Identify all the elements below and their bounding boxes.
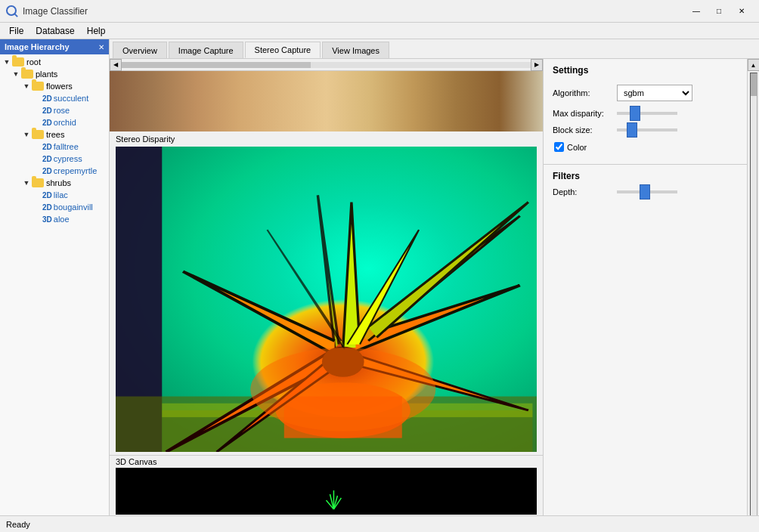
tree-container[interactable]: ▼ root ▼ plants ▼ flowers 2D succulent — [0, 54, 109, 520]
top-image-area: ◀ ▶ — [110, 59, 543, 131]
tree-label-trees: trees — [46, 130, 64, 139]
depth-slider[interactable] — [617, 190, 677, 193]
folder-icon — [21, 70, 33, 79]
badge-succulent: 2D — [42, 94, 52, 103]
tree-item-succulent[interactable]: 2D succulent — [0, 92, 109, 104]
sidebar-header: Image Hierarchy ✕ — [0, 39, 109, 54]
stereo-section: Stereo Disparity — [110, 131, 543, 455]
top-scroll-track[interactable] — [122, 62, 531, 68]
tab-image-capture[interactable]: Image Capture — [169, 42, 243, 58]
toggle-spacer — [32, 214, 42, 224]
max-disparity-slider[interactable] — [617, 112, 677, 115]
tree-item-rose[interactable]: 2D rose — [0, 104, 109, 116]
filters-title: Filters — [553, 171, 738, 181]
canvas-section-label: 3D Canvas — [110, 456, 543, 468]
tree-item-plants[interactable]: ▼ plants — [0, 68, 109, 80]
pane-split: ◀ ▶ Stereo Disparity — [110, 59, 759, 532]
toggle-spacer — [32, 202, 42, 212]
tree-item-cypress[interactable]: 2D cypress — [0, 153, 109, 165]
tree-item-bougainvill[interactable]: 2D bougainvill — [0, 201, 109, 213]
tree-label-falltree: falltree — [54, 142, 79, 151]
tree-label-rose: rose — [54, 106, 70, 115]
color-checkbox[interactable] — [554, 142, 564, 152]
folder-icon — [12, 57, 24, 66]
toggle-spacer — [32, 117, 42, 128]
stereo-disparity-image — [116, 147, 537, 452]
titlebar: Image Classifier — □ ✕ — [0, 0, 759, 23]
right-vscroll[interactable]: ▲ ▼ — [747, 59, 759, 532]
folder-icon — [32, 178, 44, 187]
stereo-section-label: Stereo Disparity — [110, 131, 543, 147]
tab-stereo-capture[interactable]: Stereo Capture — [245, 42, 321, 58]
toggle-spacer — [32, 93, 42, 104]
badge-orchid: 2D — [42, 119, 52, 127]
vscroll-thumb — [751, 73, 757, 96]
main-layout: Image Hierarchy ✕ ▼ root ▼ plants ▼ flow… — [0, 39, 759, 532]
tree-label-aloe: aloe — [54, 215, 70, 224]
app-icon — [6, 5, 18, 17]
svg-rect-10 — [116, 468, 537, 515]
color-label: Color — [567, 143, 587, 152]
minimize-button[interactable]: — — [685, 0, 708, 23]
canvas-section: 3D Canvas — [110, 455, 543, 520]
top-scroll-thumb — [122, 62, 311, 68]
folder-icon — [32, 82, 44, 91]
tree-item-crepemyrtle[interactable]: 2D crepemyrtle — [0, 165, 109, 177]
algorithm-select[interactable]: sgbm bm sgbm3way hh — [617, 85, 692, 101]
tree-item-orchid[interactable]: 2D orchid — [0, 116, 109, 128]
tree-item-falltree[interactable]: 2D falltree — [0, 141, 109, 153]
menu-file[interactable]: File — [3, 24, 29, 38]
badge-rose: 2D — [42, 107, 52, 115]
content-area: Overview Image Capture Stereo Capture Vi… — [110, 39, 759, 532]
tree-item-flowers[interactable]: ▼ flowers — [0, 80, 109, 92]
tree-label-orchid: orchid — [54, 118, 76, 127]
settings-area: Settings Algorithm: sgbm bm sgbm3way hh — [544, 59, 747, 164]
tree-item-lilac[interactable]: 2D lilac — [0, 189, 109, 201]
tab-view-images[interactable]: View Images — [322, 42, 389, 58]
svg-point-9 — [250, 348, 435, 431]
top-scroll-right-btn[interactable]: ▶ — [531, 59, 543, 71]
tree-label-bougainvill: bougainvill — [54, 203, 93, 212]
badge-crepemyrtle: 2D — [42, 167, 52, 175]
sidebar-title: Image Hierarchy — [5, 42, 70, 51]
menubar: File Database Help — [0, 23, 759, 39]
tab-overview[interactable]: Overview — [113, 42, 167, 58]
top-image-strip — [110, 71, 543, 131]
algorithm-row: Algorithm: sgbm bm sgbm3way hh — [553, 85, 738, 101]
toggle-spacer — [32, 190, 42, 200]
depth-row: Depth: — [553, 187, 738, 196]
vscroll-track[interactable] — [750, 73, 757, 518]
tree-label-plants: plants — [36, 70, 57, 79]
tree-item-trees[interactable]: ▼ trees — [0, 128, 109, 141]
toggle-spacer — [32, 153, 42, 164]
tree-item-shrubs[interactable]: ▼ shrubs — [0, 177, 109, 189]
top-hscroll[interactable]: ◀ ▶ — [110, 59, 543, 71]
sidebar-close-button[interactable]: ✕ — [98, 43, 104, 51]
settings-title: Settings — [553, 65, 738, 76]
color-row: Color — [554, 142, 738, 152]
tree-item-aloe[interactable]: 3D aloe — [0, 213, 109, 225]
close-button[interactable]: ✕ — [730, 0, 753, 23]
vscroll-up-btn[interactable]: ▲ — [748, 59, 760, 71]
right-panel: Settings Algorithm: sgbm bm sgbm3way hh — [543, 59, 759, 532]
toggle-icon: ▼ — [21, 178, 32, 188]
tree-item-root[interactable]: ▼ root — [0, 56, 109, 68]
menu-database[interactable]: Database — [29, 24, 80, 38]
maximize-button[interactable]: □ — [708, 0, 730, 23]
badge-lilac: 2D — [42, 191, 52, 200]
menu-help[interactable]: Help — [81, 24, 112, 38]
depth-control — [617, 190, 738, 193]
folder-icon — [32, 130, 44, 139]
tree-label-root: root — [26, 57, 41, 66]
left-content: ◀ ▶ Stereo Disparity — [110, 59, 543, 532]
sidebar: Image Hierarchy ✕ ▼ root ▼ plants ▼ flow… — [0, 39, 110, 532]
toggle-spacer — [32, 105, 42, 116]
tree-label-lilac: lilac — [54, 190, 68, 200]
disparity-svg — [116, 147, 537, 452]
block-size-slider[interactable] — [617, 128, 677, 131]
top-image-content — [110, 71, 543, 131]
canvas-3d-display — [116, 468, 537, 515]
top-scroll-left-btn[interactable]: ◀ — [110, 59, 122, 71]
badge-falltree: 2D — [42, 143, 52, 151]
algorithm-label: Algorithm: — [553, 88, 617, 97]
